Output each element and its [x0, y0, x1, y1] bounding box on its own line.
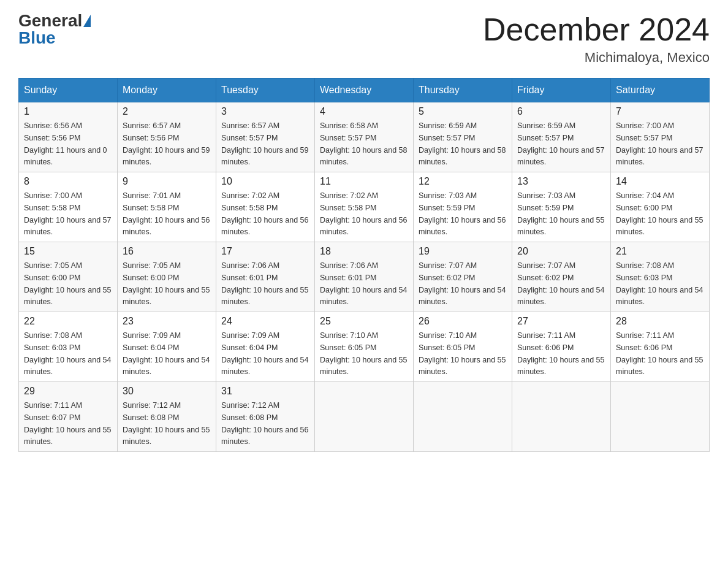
day-number: 15	[24, 246, 112, 257]
day-info: Sunrise: 7:03 AMSunset: 5:59 PMDaylight:…	[419, 191, 506, 236]
location-text: Michimaloya, Mexico	[483, 50, 710, 66]
day-info: Sunrise: 7:10 AMSunset: 6:05 PMDaylight:…	[419, 331, 506, 376]
day-number: 23	[123, 316, 211, 327]
day-info: Sunrise: 6:59 AMSunset: 5:57 PMDaylight:…	[419, 121, 506, 166]
day-number: 10	[221, 176, 309, 187]
day-info: Sunrise: 7:05 AMSunset: 6:00 PMDaylight:…	[123, 261, 210, 306]
calendar-cell: 6 Sunrise: 6:59 AMSunset: 5:57 PMDayligh…	[512, 102, 611, 172]
day-info: Sunrise: 7:03 AMSunset: 5:59 PMDaylight:…	[517, 191, 604, 236]
calendar-cell	[414, 382, 512, 452]
day-info: Sunrise: 7:07 AMSunset: 6:02 PMDaylight:…	[517, 261, 604, 306]
calendar-cell: 14 Sunrise: 7:04 AMSunset: 6:00 PMDaylig…	[611, 172, 710, 242]
day-info: Sunrise: 7:00 AMSunset: 5:57 PMDaylight:…	[616, 121, 703, 166]
calendar-cell: 22 Sunrise: 7:08 AMSunset: 6:03 PMDaylig…	[19, 312, 118, 382]
day-header-thursday: Thursday	[414, 79, 512, 102]
calendar-week-row: 15 Sunrise: 7:05 AMSunset: 6:00 PMDaylig…	[19, 242, 710, 312]
day-header-wednesday: Wednesday	[315, 79, 414, 102]
day-info: Sunrise: 7:06 AMSunset: 6:01 PMDaylight:…	[221, 261, 308, 306]
calendar-cell: 21 Sunrise: 7:08 AMSunset: 6:03 PMDaylig…	[611, 242, 710, 312]
calendar-cell: 27 Sunrise: 7:11 AMSunset: 6:06 PMDaylig…	[512, 312, 611, 382]
calendar-cell: 16 Sunrise: 7:05 AMSunset: 6:00 PMDaylig…	[118, 242, 216, 312]
day-number: 27	[517, 316, 605, 327]
calendar-table: SundayMondayTuesdayWednesdayThursdayFrid…	[18, 78, 710, 452]
logo-general-text: General	[18, 12, 82, 29]
page-header: General Blue December 2024 Michimaloya, …	[18, 12, 710, 66]
day-info: Sunrise: 7:08 AMSunset: 6:03 PMDaylight:…	[24, 331, 111, 376]
day-info: Sunrise: 7:08 AMSunset: 6:03 PMDaylight:…	[616, 261, 703, 306]
day-number: 31	[221, 386, 309, 397]
day-number: 24	[221, 316, 309, 327]
day-info: Sunrise: 7:04 AMSunset: 6:00 PMDaylight:…	[616, 191, 703, 236]
calendar-cell: 23 Sunrise: 7:09 AMSunset: 6:04 PMDaylig…	[118, 312, 216, 382]
calendar-cell: 9 Sunrise: 7:01 AMSunset: 5:58 PMDayligh…	[118, 172, 216, 242]
day-info: Sunrise: 6:59 AMSunset: 5:57 PMDaylight:…	[517, 121, 604, 166]
day-info: Sunrise: 7:00 AMSunset: 5:58 PMDaylight:…	[24, 191, 111, 236]
day-number: 20	[517, 246, 605, 257]
day-number: 11	[320, 176, 408, 187]
day-number: 30	[123, 386, 211, 397]
calendar-cell: 10 Sunrise: 7:02 AMSunset: 5:58 PMDaylig…	[216, 172, 315, 242]
calendar-cell: 30 Sunrise: 7:12 AMSunset: 6:08 PMDaylig…	[118, 382, 216, 452]
logo-blue-text: Blue	[18, 29, 56, 47]
day-header-tuesday: Tuesday	[216, 79, 315, 102]
day-info: Sunrise: 6:57 AMSunset: 5:57 PMDaylight:…	[221, 121, 308, 166]
calendar-cell: 3 Sunrise: 6:57 AMSunset: 5:57 PMDayligh…	[216, 102, 315, 172]
calendar-cell: 13 Sunrise: 7:03 AMSunset: 5:59 PMDaylig…	[512, 172, 611, 242]
day-number: 16	[123, 246, 211, 257]
day-number: 13	[517, 176, 605, 187]
calendar-cell: 25 Sunrise: 7:10 AMSunset: 6:05 PMDaylig…	[315, 312, 414, 382]
calendar-cell: 2 Sunrise: 6:57 AMSunset: 5:56 PMDayligh…	[118, 102, 216, 172]
calendar-cell: 19 Sunrise: 7:07 AMSunset: 6:02 PMDaylig…	[414, 242, 512, 312]
calendar-cell: 7 Sunrise: 7:00 AMSunset: 5:57 PMDayligh…	[611, 102, 710, 172]
calendar-cell: 4 Sunrise: 6:58 AMSunset: 5:57 PMDayligh…	[315, 102, 414, 172]
calendar-cell: 20 Sunrise: 7:07 AMSunset: 6:02 PMDaylig…	[512, 242, 611, 312]
day-info: Sunrise: 7:05 AMSunset: 6:00 PMDaylight:…	[24, 261, 111, 306]
month-title: December 2024	[483, 12, 710, 47]
calendar-cell: 11 Sunrise: 7:02 AMSunset: 5:58 PMDaylig…	[315, 172, 414, 242]
calendar-cell: 1 Sunrise: 6:56 AMSunset: 5:56 PMDayligh…	[19, 102, 118, 172]
day-number: 9	[123, 176, 211, 187]
day-number: 7	[616, 106, 704, 117]
day-number: 17	[221, 246, 309, 257]
calendar-cell: 12 Sunrise: 7:03 AMSunset: 5:59 PMDaylig…	[414, 172, 512, 242]
calendar-cell: 18 Sunrise: 7:06 AMSunset: 6:01 PMDaylig…	[315, 242, 414, 312]
calendar-week-row: 1 Sunrise: 6:56 AMSunset: 5:56 PMDayligh…	[19, 102, 710, 172]
day-number: 19	[419, 246, 507, 257]
day-info: Sunrise: 7:06 AMSunset: 6:01 PMDaylight:…	[320, 261, 407, 306]
calendar-cell: 8 Sunrise: 7:00 AMSunset: 5:58 PMDayligh…	[19, 172, 118, 242]
logo: General Blue	[18, 12, 91, 47]
day-info: Sunrise: 6:58 AMSunset: 5:57 PMDaylight:…	[320, 121, 407, 166]
day-number: 3	[221, 106, 309, 117]
day-info: Sunrise: 7:11 AMSunset: 6:06 PMDaylight:…	[517, 331, 604, 376]
day-number: 14	[616, 176, 704, 187]
day-number: 28	[616, 316, 704, 327]
day-number: 4	[320, 106, 408, 117]
day-number: 21	[616, 246, 704, 257]
calendar-cell: 29 Sunrise: 7:11 AMSunset: 6:07 PMDaylig…	[19, 382, 118, 452]
day-info: Sunrise: 7:12 AMSunset: 6:08 PMDaylight:…	[221, 401, 308, 446]
calendar-cell	[611, 382, 710, 452]
day-number: 2	[123, 106, 211, 117]
logo-triangle-icon	[83, 15, 91, 27]
day-info: Sunrise: 7:02 AMSunset: 5:58 PMDaylight:…	[320, 191, 407, 236]
day-number: 18	[320, 246, 408, 257]
title-section: December 2024 Michimaloya, Mexico	[483, 12, 710, 66]
calendar-cell: 26 Sunrise: 7:10 AMSunset: 6:05 PMDaylig…	[414, 312, 512, 382]
calendar-cell: 15 Sunrise: 7:05 AMSunset: 6:00 PMDaylig…	[19, 242, 118, 312]
day-info: Sunrise: 7:10 AMSunset: 6:05 PMDaylight:…	[320, 331, 407, 376]
day-info: Sunrise: 7:07 AMSunset: 6:02 PMDaylight:…	[419, 261, 506, 306]
day-header-row: SundayMondayTuesdayWednesdayThursdayFrid…	[19, 79, 710, 102]
day-info: Sunrise: 7:02 AMSunset: 5:58 PMDaylight:…	[221, 191, 308, 236]
calendar-cell: 31 Sunrise: 7:12 AMSunset: 6:08 PMDaylig…	[216, 382, 315, 452]
day-info: Sunrise: 7:12 AMSunset: 6:08 PMDaylight:…	[123, 401, 210, 446]
day-header-saturday: Saturday	[611, 79, 710, 102]
calendar-cell: 28 Sunrise: 7:11 AMSunset: 6:06 PMDaylig…	[611, 312, 710, 382]
day-header-friday: Friday	[512, 79, 611, 102]
day-header-sunday: Sunday	[19, 79, 118, 102]
day-info: Sunrise: 7:09 AMSunset: 6:04 PMDaylight:…	[123, 331, 210, 376]
day-number: 12	[419, 176, 507, 187]
calendar-week-row: 29 Sunrise: 7:11 AMSunset: 6:07 PMDaylig…	[19, 382, 710, 452]
day-header-monday: Monday	[118, 79, 216, 102]
calendar-cell: 24 Sunrise: 7:09 AMSunset: 6:04 PMDaylig…	[216, 312, 315, 382]
day-info: Sunrise: 7:11 AMSunset: 6:07 PMDaylight:…	[24, 401, 111, 446]
